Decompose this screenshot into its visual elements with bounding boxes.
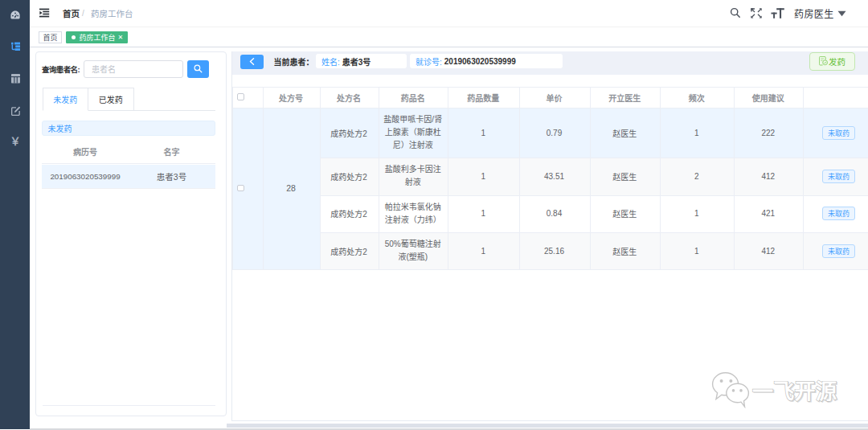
- svg-text:一飞开源: 一飞开源: [752, 379, 837, 403]
